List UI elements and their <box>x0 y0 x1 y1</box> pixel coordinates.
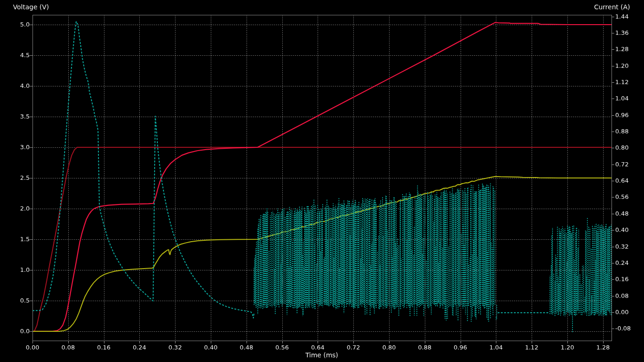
current-tick-label: 1.20 <box>615 62 629 70</box>
voltage-tick-label: 0.0 <box>1 328 30 335</box>
time-tick-label: 0.88 <box>418 344 431 351</box>
current-tick-label: -0.08 <box>615 325 631 332</box>
voltage-axis-title: Voltage (V) <box>13 3 49 11</box>
voltage-tick-label: 5.0 <box>1 21 30 28</box>
current-tick-label: 0.64 <box>615 177 629 184</box>
time-tick-label: 0.16 <box>97 344 111 351</box>
time-tick-label: 0.08 <box>61 344 75 351</box>
current-tick-label: 1.28 <box>615 46 629 53</box>
time-tick-label: 1.04 <box>489 344 503 351</box>
time-tick-label: 0.80 <box>382 344 396 351</box>
time-tick-label: 0.32 <box>169 344 182 351</box>
current-tick-label: 1.12 <box>615 79 629 86</box>
current-tick-label: 0.16 <box>615 276 629 283</box>
current-tick-label: 1.36 <box>615 29 629 37</box>
current-tick-label: 0.08 <box>615 292 629 300</box>
voltage-tick-label: 3.0 <box>1 144 30 151</box>
current-tick-label: 0.56 <box>615 193 629 201</box>
current-tick-label: 1.04 <box>615 95 629 102</box>
time-tick-label: 0.72 <box>347 344 360 351</box>
voltage-tick-label: 2.0 <box>1 205 30 212</box>
current-tick-label: 0.72 <box>615 161 629 168</box>
current-tick-label: 1.44 <box>615 13 629 20</box>
voltage-tick-label: 4.5 <box>1 52 30 59</box>
time-tick-label: 0.48 <box>240 344 253 351</box>
current-tick-label: 0.80 <box>615 144 629 151</box>
current-tick-label: 0.48 <box>615 210 629 217</box>
voltage-tick-label: 1.5 <box>1 236 30 243</box>
current-tick-label: 0.24 <box>615 259 629 267</box>
voltage-tick-label: 3.5 <box>1 113 30 120</box>
plot-canvas <box>0 0 644 362</box>
time-tick-label: 1.28 <box>596 344 610 351</box>
waveform-chart: Voltage (V) Current (A) Time (ms) 0.00.5… <box>0 0 644 362</box>
time-tick-label: 0.96 <box>454 344 467 351</box>
current-tick-label: 0.96 <box>615 112 629 119</box>
voltage-tick-label: 2.5 <box>1 174 30 182</box>
time-axis-title: Time (ms) <box>306 351 338 359</box>
time-tick-label: 0.24 <box>133 344 146 351</box>
current-tick-label: 0.00 <box>615 309 629 316</box>
time-tick-label: 0.64 <box>311 344 325 351</box>
voltage-tick-label: 1.0 <box>1 266 30 274</box>
time-tick-label: 0.40 <box>204 344 218 351</box>
current-tick-label: 0.32 <box>615 243 629 250</box>
current-axis-title: Current (A) <box>594 3 630 11</box>
voltage-tick-label: 0.5 <box>1 297 30 304</box>
voltage-tick-label: 4.0 <box>1 82 30 90</box>
current-tick-label: 0.40 <box>615 226 629 234</box>
time-tick-label: 1.20 <box>560 344 574 351</box>
current-tick-label: 0.88 <box>615 128 629 135</box>
time-tick-label: 1.12 <box>525 344 539 351</box>
time-tick-label: 0.00 <box>26 344 39 351</box>
time-tick-label: 0.56 <box>275 344 289 351</box>
